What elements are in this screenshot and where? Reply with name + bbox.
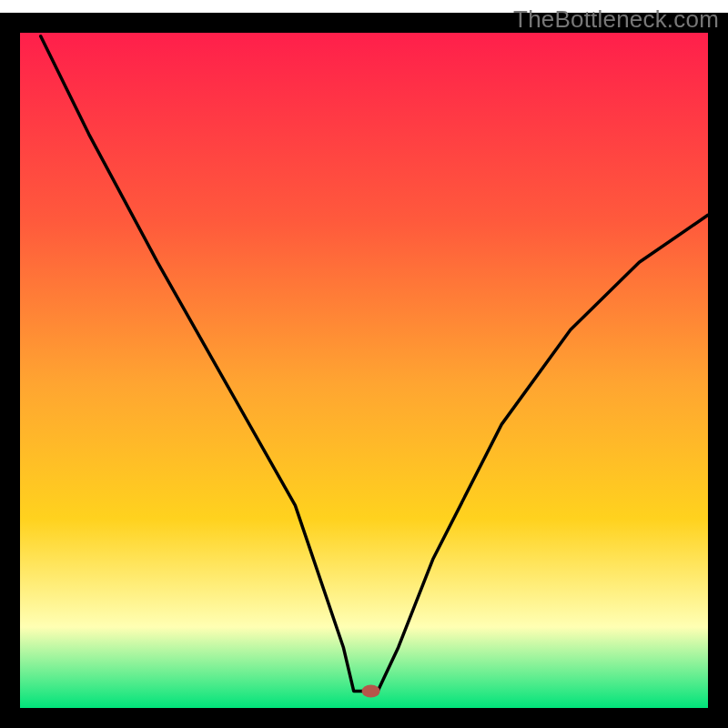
chart-container: { "watermark": "TheBottleneck.com", "cha… <box>0 0 728 728</box>
watermark-text: TheBottleneck.com <box>513 5 719 34</box>
optimal-marker <box>362 684 380 697</box>
plot-background <box>20 33 708 708</box>
chart-svg <box>0 0 728 728</box>
